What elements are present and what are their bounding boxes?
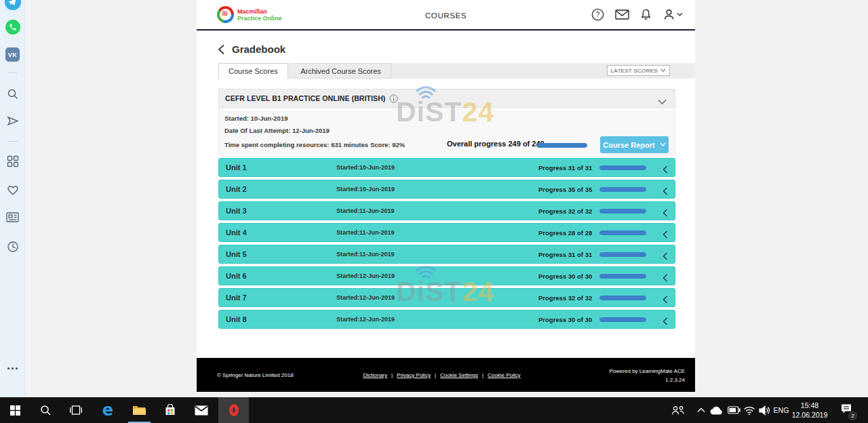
taskbar-date: 12.06.2019: [789, 410, 831, 420]
unit-progress: Progress 32 of 32: [538, 207, 592, 215]
people-icon[interactable]: [670, 397, 686, 423]
svg-text:?: ?: [596, 11, 600, 18]
taskbar-time: 15:48: [789, 401, 831, 410]
tab-archived-course-scores[interactable]: Archived Course Scores: [291, 63, 391, 79]
bookmarks-icon[interactable]: [0, 184, 25, 196]
unit-progress-bar: [599, 187, 646, 192]
whatsapp-icon[interactable]: [0, 20, 25, 35]
chevron-left-icon[interactable]: [663, 229, 668, 241]
footer-link[interactable]: Cookie Policy: [488, 372, 520, 378]
chevron-left-icon[interactable]: [663, 273, 668, 285]
search-icon[interactable]: [0, 88, 25, 100]
chevron-left-icon[interactable]: [663, 294, 668, 306]
unit-list: Unit 1 Started:10-Jun-2019 Progress 31 o…: [218, 158, 675, 331]
unit-progress-bar: [599, 274, 646, 279]
unit-progress: Progress 30 of 30: [538, 273, 592, 280]
settings-icon[interactable]: [0, 367, 25, 369]
unit-row[interactable]: Unit 7 Started:12-Jun-2019 Progress 32 o…: [218, 288, 675, 307]
unit-row[interactable]: Unit 4 Started:11-Jun-2019 Progress 28 o…: [218, 223, 675, 242]
web-page: Macmillan Practice Online COURSES ?: [197, 0, 695, 392]
unit-name: Unit 5: [226, 250, 247, 258]
unit-progress: Progress 28 of 28: [538, 229, 592, 237]
course-header[interactable]: CEFR LEVEL B1 PRACTICE ONLINE (BRITISH): [218, 89, 675, 108]
unit-row[interactable]: Unit 5 Started:11-Jun-2019 Progress 31 o…: [218, 245, 675, 264]
unit-progress-bar: [599, 317, 646, 322]
unit-row[interactable]: Unit 6 Started:12-Jun-2019 Progress 30 o…: [218, 266, 675, 285]
hidden-icons-icon[interactable]: [696, 397, 707, 423]
unit-progress-bar: [599, 230, 646, 235]
unit-name: Unit 3: [226, 207, 247, 215]
battery-icon[interactable]: [726, 397, 741, 423]
back-icon[interactable]: [218, 44, 225, 58]
footer-link[interactable]: Cookie Settings: [440, 372, 478, 378]
chevron-left-icon[interactable]: [663, 164, 668, 176]
unit-started: Started:11-Jun-2019: [336, 251, 395, 258]
unit-started: Started:12-Jun-2019: [336, 294, 395, 301]
info-icon[interactable]: [389, 94, 398, 103]
opera-icon[interactable]: [218, 397, 249, 423]
course-report-button[interactable]: Course Report: [600, 136, 669, 153]
taskbar-clock[interactable]: 15:48 12.06.2019: [789, 401, 831, 420]
taskbar: e ENG 15:48 12.: [0, 397, 868, 423]
course-title: CEFR LEVEL B1 PRACTICE ONLINE (BRITISH): [219, 94, 385, 102]
history-icon[interactable]: [0, 241, 25, 253]
vk-icon[interactable]: VK: [0, 47, 25, 62]
file-explorer-icon[interactable]: [129, 397, 149, 423]
footer-link[interactable]: Dictionary: [363, 372, 387, 378]
unit-progress: Progress 31 of 31: [538, 251, 592, 258]
course-score: Score: 92%: [370, 141, 405, 148]
unit-row[interactable]: Unit 1 Started:10-Jun-2019 Progress 31 o…: [218, 158, 675, 177]
task-view-icon[interactable]: [66, 397, 86, 423]
edge-icon[interactable]: e: [98, 397, 118, 423]
telegram-icon[interactable]: [0, 0, 25, 10]
chevron-left-icon[interactable]: [663, 316, 668, 328]
unit-name: Unit 2: [226, 185, 247, 193]
unit-name: Unit 8: [226, 315, 247, 323]
unit-row[interactable]: Unit 3 Started:11-Jun-2019 Progress 32 o…: [218, 201, 675, 220]
taskbar-mail-icon[interactable]: [191, 397, 212, 423]
tab-course-scores[interactable]: Course Scores: [218, 63, 288, 79]
chevron-down-icon: [660, 68, 666, 73]
unit-name: Unit 7: [226, 294, 247, 302]
course-last-attempt: Date Of Last Attempt: 12-Jun-2019: [224, 127, 330, 134]
course-details: Started: 10-Jun-2019 Date Of Last Attemp…: [218, 108, 675, 157]
speed-dial-icon[interactable]: [0, 155, 25, 167]
account-icon[interactable]: [663, 8, 683, 21]
site-header: Macmillan Practice Online COURSES ?: [197, 0, 695, 31]
footer-link[interactable]: Privacy Policy: [397, 372, 431, 378]
store-icon[interactable]: [160, 397, 180, 423]
sidebar-divider: [7, 141, 18, 142]
onedrive-icon[interactable]: [709, 397, 724, 423]
news-icon[interactable]: [0, 212, 25, 222]
unit-row[interactable]: Unit 2 Started:10-Jun-2019 Progress 35 o…: [218, 180, 675, 199]
mail-icon[interactable]: [615, 9, 629, 20]
unit-progress-bar: [599, 165, 646, 170]
page-footer: © Springer Nature Limited 2018 Dictionar…: [197, 358, 695, 392]
notifications-icon[interactable]: [640, 8, 652, 21]
chevron-down-icon[interactable]: [658, 96, 667, 108]
chevron-left-icon[interactable]: [663, 251, 668, 263]
language-indicator[interactable]: ENG: [772, 397, 791, 423]
footer-link-separator: |: [435, 372, 436, 378]
help-icon[interactable]: ?: [591, 8, 604, 21]
action-center-icon[interactable]: 2: [837, 397, 856, 423]
my-flow-icon[interactable]: [0, 115, 25, 127]
unit-progress: Progress 35 of 35: [538, 186, 592, 193]
chevron-left-icon[interactable]: [663, 186, 668, 198]
start-icon[interactable]: [5, 397, 24, 423]
unit-started: Started:10-Jun-2019: [336, 164, 395, 171]
unit-started: Started:12-Jun-2019: [336, 316, 395, 323]
chevron-left-icon[interactable]: [663, 207, 668, 220]
unit-started: Started:10-Jun-2019: [336, 186, 395, 193]
volume-icon[interactable]: [757, 397, 772, 423]
unit-name: Unit 4: [226, 228, 247, 237]
unit-progress-bar: [599, 296, 646, 300]
chevron-down-icon: [660, 142, 666, 147]
footer-version: 1.2.3.24: [609, 376, 685, 384]
taskbar-search-icon[interactable]: [35, 397, 56, 423]
wifi-icon[interactable]: [742, 397, 757, 423]
unit-row[interactable]: Unit 8 Started:12-Jun-2019 Progress 30 o…: [218, 310, 675, 329]
unit-name: Unit 6: [226, 272, 247, 280]
sort-dropdown[interactable]: LATEST SCORES: [607, 65, 670, 76]
unit-progress: Progress 31 of 31: [538, 164, 592, 172]
